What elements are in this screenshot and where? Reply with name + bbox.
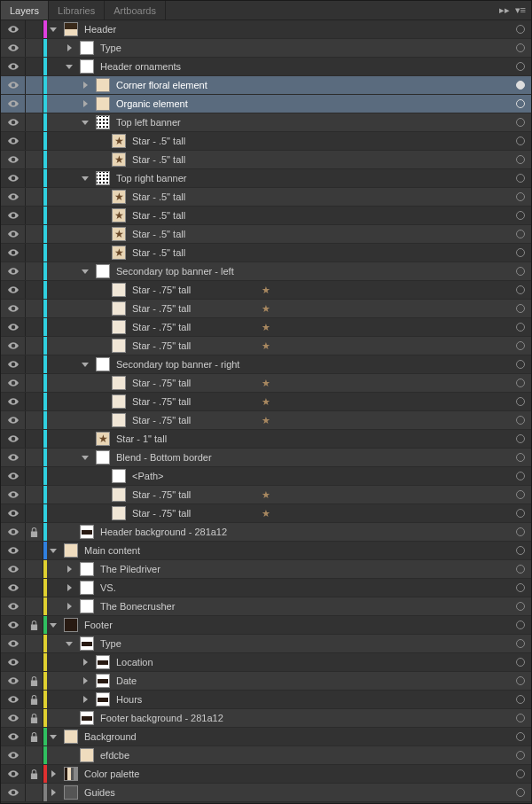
layer-row[interactable]: Header [1, 20, 531, 39]
visibility-toggle[interactable] [1, 672, 26, 690]
visibility-toggle[interactable] [1, 449, 26, 466]
target-icon[interactable] [510, 355, 531, 373]
layer-name[interactable]: VS. [97, 582, 510, 593]
lock-toggle[interactable] [26, 449, 43, 466]
target-icon[interactable] [510, 765, 531, 783]
visibility-toggle[interactable] [1, 430, 26, 448]
layer-name[interactable]: Star - .5" tall [129, 136, 510, 146]
lock-toggle[interactable] [26, 151, 43, 168]
target-icon[interactable] [510, 542, 531, 559]
layer-thumbnail[interactable] [96, 655, 110, 669]
visibility-toggle[interactable] [1, 597, 26, 615]
target-icon[interactable] [510, 467, 531, 485]
layer-thumbnail[interactable] [112, 339, 126, 353]
layer-name[interactable]: Date [113, 675, 510, 686]
target-icon[interactable] [510, 635, 531, 652]
layer-thumbnail[interactable] [80, 41, 94, 55]
target-icon[interactable] [510, 169, 531, 187]
disclosure-arrow[interactable] [47, 616, 59, 634]
lock-toggle[interactable] [26, 653, 43, 671]
disclosure-arrow[interactable] [63, 560, 75, 578]
target-icon[interactable] [510, 188, 531, 206]
layer-row[interactable]: Star - .75" tall [1, 486, 531, 504]
visibility-toggle[interactable] [1, 542, 26, 559]
layer-name[interactable]: Guides [81, 787, 510, 798]
lock-toggle[interactable] [26, 132, 43, 150]
layer-name[interactable]: Top left banner [113, 117, 510, 128]
layer-row[interactable]: VS. [1, 579, 531, 597]
layer-thumbnail[interactable] [112, 394, 126, 409]
layer-thumbnail[interactable] [80, 525, 94, 539]
disclosure-arrow[interactable] [79, 169, 91, 187]
lock-toggle[interactable] [26, 113, 43, 131]
layer-row[interactable]: Star - .5" tall [1, 132, 531, 151]
layer-row[interactable]: Type [1, 635, 531, 653]
lock-toggle[interactable] [26, 39, 43, 57]
disclosure-arrow[interactable] [79, 95, 91, 113]
layer-name[interactable]: Type [97, 43, 510, 53]
target-icon[interactable] [510, 207, 531, 224]
layer-thumbnail[interactable] [112, 320, 126, 334]
layer-thumbnail[interactable] [96, 432, 110, 446]
disclosure-arrow[interactable] [79, 672, 91, 690]
target-icon[interactable] [510, 672, 531, 690]
disclosure-arrow[interactable] [47, 20, 59, 38]
layer-thumbnail[interactable] [80, 711, 94, 725]
layer-row[interactable]: Star - 1" tall [1, 430, 531, 449]
visibility-toggle[interactable] [1, 691, 26, 708]
collapse-icon[interactable]: ▸▸ [499, 4, 510, 16]
tab-libraries[interactable]: Libraries [49, 1, 105, 20]
layer-thumbnail[interactable] [96, 171, 110, 185]
lock-toggle[interactable] [26, 58, 43, 75]
layer-row[interactable]: Star - .75" tall [1, 411, 531, 430]
layer-row[interactable]: Star - .75" tall [1, 281, 531, 300]
layer-thumbnail[interactable] [112, 376, 126, 390]
layer-thumbnail[interactable] [80, 599, 94, 613]
layer-name[interactable]: The Bonecrusher [97, 601, 510, 612]
disclosure-arrow[interactable] [47, 728, 59, 745]
layer-thumbnail[interactable] [112, 413, 126, 427]
layer-row[interactable]: Corner floral element [1, 76, 531, 95]
layer-thumbnail[interactable] [80, 748, 94, 762]
target-icon[interactable] [510, 430, 531, 448]
visibility-toggle[interactable] [1, 653, 26, 671]
lock-toggle[interactable] [26, 597, 43, 615]
disclosure-arrow[interactable] [79, 355, 91, 373]
visibility-toggle[interactable] [1, 207, 26, 224]
visibility-toggle[interactable] [1, 132, 26, 150]
visibility-toggle[interactable] [1, 113, 26, 131]
layer-row[interactable]: Star - .75" tall [1, 504, 531, 523]
layer-name[interactable]: Star - .5" tall [129, 247, 510, 258]
layer-thumbnail[interactable] [80, 636, 94, 651]
layer-row[interactable]: Star - .5" tall [1, 188, 531, 207]
visibility-toggle[interactable] [1, 262, 26, 280]
disclosure-arrow[interactable] [79, 262, 91, 280]
layer-thumbnail[interactable] [112, 227, 126, 241]
visibility-toggle[interactable] [1, 244, 26, 261]
layer-thumbnail[interactable] [112, 469, 126, 483]
lock-toggle[interactable] [26, 467, 43, 485]
layer-thumbnail[interactable] [96, 674, 110, 688]
layer-row[interactable]: Guides [1, 784, 531, 802]
disclosure-arrow[interactable] [63, 58, 75, 75]
layer-thumbnail[interactable] [112, 152, 126, 167]
layer-row[interactable]: The Bonecrusher [1, 597, 531, 616]
lock-toggle[interactable] [26, 579, 43, 597]
layer-thumbnail[interactable] [112, 488, 126, 502]
layer-row[interactable]: Location [1, 653, 531, 672]
lock-toggle[interactable] [26, 76, 43, 94]
layer-row[interactable]: Star - .75" tall [1, 318, 531, 337]
layer-name[interactable]: Header background - 281a12 [97, 527, 510, 537]
layer-name[interactable]: Type [97, 638, 510, 649]
layer-thumbnail[interactable] [112, 506, 126, 520]
layer-row[interactable]: Star - .5" tall [1, 225, 531, 244]
layer-thumbnail[interactable] [64, 785, 78, 800]
layer-thumbnail[interactable] [96, 264, 110, 278]
layer-thumbnail[interactable] [96, 692, 110, 706]
disclosure-arrow[interactable] [47, 542, 59, 559]
layer-row[interactable]: Header ornaments [1, 58, 531, 76]
lock-toggle[interactable] [26, 95, 43, 113]
layer-thumbnail[interactable] [112, 190, 126, 204]
layer-thumbnail[interactable] [96, 97, 110, 111]
layer-row[interactable]: Star - .5" tall [1, 151, 531, 169]
